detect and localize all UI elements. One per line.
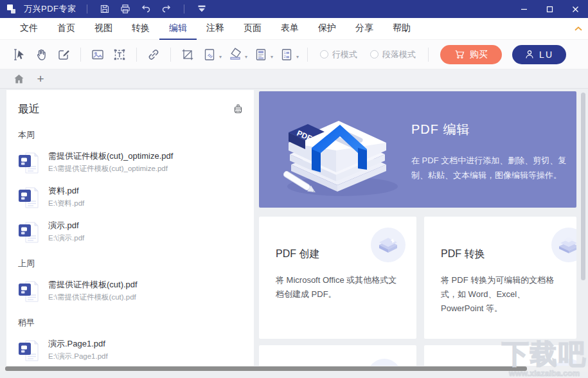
buy-button[interactable]: 购买 xyxy=(440,45,502,64)
window-controls xyxy=(511,0,588,18)
save-icon[interactable] xyxy=(98,2,112,16)
menu-item[interactable]: 首页 xyxy=(48,18,85,40)
recent-file-info: 演示.Page1.pdf E:\演示.Page1.pdf xyxy=(48,339,108,361)
toolbar-separator xyxy=(136,48,137,62)
menu-item-label: 文件 xyxy=(20,22,38,34)
background-dropdown-icon[interactable]: ▾ xyxy=(245,54,247,60)
partial-card[interactable] xyxy=(259,345,416,366)
bates-numbering-tool-icon[interactable]: 1 2 xyxy=(278,46,296,64)
text-box-tool-icon[interactable] xyxy=(111,46,129,64)
pdf-file-icon xyxy=(18,186,40,210)
svg-text:1: 1 xyxy=(284,50,287,54)
menu-item[interactable]: 页面 xyxy=(234,18,271,40)
recent-file-row[interactable]: 需提供证件模板(cut).pdf E:\需提供证件模板(cut).pdf xyxy=(18,280,245,304)
paragraph-mode-radio-circle[interactable] xyxy=(370,50,379,59)
menu-item[interactable]: 表单 xyxy=(271,18,308,40)
recent-header: 最近 xyxy=(18,102,245,116)
image-tool-icon[interactable] xyxy=(89,46,107,64)
redo-icon[interactable] xyxy=(159,2,174,16)
content-area: 最近 本周 xyxy=(0,89,588,378)
pdf-create-icon xyxy=(370,227,406,263)
collapse-toolbar-icon[interactable] xyxy=(574,26,583,32)
account-button[interactable]: LU xyxy=(512,45,566,64)
menu-item[interactable]: 保护 xyxy=(308,18,346,40)
edit-tool-icon[interactable] xyxy=(55,46,73,64)
line-mode-radio[interactable]: 行模式 xyxy=(320,49,357,60)
menu-item[interactable]: 文件 xyxy=(10,18,48,40)
toolbar-separator xyxy=(307,48,308,62)
recent-file-name: 演示.pdf xyxy=(48,221,84,231)
pdf-file-icon xyxy=(18,221,40,245)
customize-toolbar-icon[interactable] xyxy=(195,2,209,16)
recent-file-row[interactable]: 演示.pdf E:\演示.pdf xyxy=(18,221,245,245)
link-tool-icon[interactable] xyxy=(145,46,163,64)
pdf-convert-card[interactable]: PDF 转换 将 PDF 转换为可编辑的文档格式，如 Word、Excel、Po… xyxy=(424,217,576,339)
horizontal-scrollbar[interactable] xyxy=(5,366,527,371)
pdf-convert-title: PDF 转换 xyxy=(441,248,485,261)
new-tab-button[interactable]: + xyxy=(32,71,49,87)
pdf-create-card[interactable]: PDF 创建 将 Microsoft Office 或其他格式文档创建成 PDF… xyxy=(259,217,416,339)
minimize-button[interactable] xyxy=(511,0,537,18)
home-icon xyxy=(13,74,24,84)
menu-item[interactable]: 视图 xyxy=(85,18,122,40)
recent-file-row[interactable]: 资料.pdf E:\资料.pdf xyxy=(18,186,245,210)
header-footer-dropdown-icon[interactable]: ▾ xyxy=(271,54,273,60)
bates-dropdown-icon[interactable]: ▾ xyxy=(296,54,299,60)
recent-file-info: 资料.pdf E:\资料.pdf xyxy=(48,186,84,208)
pdf-create-description: 将 Microsoft Office 或其他格式文档创建成 PDF。 xyxy=(276,273,401,302)
pdf-file-icon xyxy=(18,339,40,363)
watermark-tool-icon[interactable] xyxy=(200,46,218,64)
titlebar: 万兴PDF专家 xyxy=(0,0,588,18)
buy-button-label: 购买 xyxy=(470,49,488,60)
pdf-edit-illustration: PDF xyxy=(267,93,408,207)
menu-item-label: 注释 xyxy=(206,22,224,34)
undo-icon[interactable] xyxy=(139,2,153,16)
background-tool-icon[interactable] xyxy=(226,46,244,64)
toolbar-separator xyxy=(80,48,81,62)
line-mode-radio-circle[interactable] xyxy=(320,50,328,59)
close-button[interactable] xyxy=(562,0,588,18)
header-footer-tool-icon[interactable] xyxy=(252,46,270,64)
partial-card[interactable] xyxy=(424,345,576,366)
titlebar-separator xyxy=(87,4,87,14)
maximize-button[interactable] xyxy=(537,0,562,18)
recent-file-name: 演示.Page1.pdf xyxy=(48,339,108,350)
banner-title: PDF 编辑 xyxy=(411,121,572,138)
crop-tool-icon[interactable] xyxy=(179,46,197,64)
paragraph-mode-radio[interactable]: 段落模式 xyxy=(370,49,416,60)
watermark-dropdown-icon[interactable]: ▾ xyxy=(219,54,222,60)
menu-item[interactable]: 分享 xyxy=(346,18,383,40)
pdf-file-icon xyxy=(18,151,40,176)
clear-recent-icon[interactable] xyxy=(231,102,245,116)
banner-text: PDF 编辑 在 PDF 文档中进行添加、删除、剪切、复制、粘贴、文本编辑，图像… xyxy=(411,121,572,183)
recent-file-name: 需提供证件模板(cut).pdf xyxy=(48,280,138,291)
recent-list: 本周 需提供证件模板(cut)_optimize.pdf E xyxy=(18,129,245,372)
recent-title: 最近 xyxy=(18,102,40,116)
titlebar-separator xyxy=(184,4,184,14)
menu-item[interactable]: 帮助 xyxy=(383,18,420,40)
toolbar-separator xyxy=(170,48,171,62)
print-icon[interactable] xyxy=(118,2,132,16)
recent-file-row[interactable]: 需提供证件模板(cut)_optimize.pdf E:\需提供证件模板(cut… xyxy=(18,151,245,176)
select-tool-icon[interactable] xyxy=(11,46,29,64)
menu-item-label: 编辑 xyxy=(169,22,187,34)
paragraph-mode-label: 段落模式 xyxy=(382,49,416,60)
vertical-scrollbar[interactable] xyxy=(581,93,585,280)
home-tab[interactable] xyxy=(10,71,27,87)
pdf-create-title: PDF 创建 xyxy=(276,248,319,261)
recent-section: 稍早 演示.Page1.pdf E:\演示.Page1.pd xyxy=(18,317,245,372)
menu-item[interactable]: 注释 xyxy=(197,18,234,40)
recent-section-label: 本周 xyxy=(18,129,245,141)
tab-strip: + xyxy=(0,69,588,89)
recent-file-info: 需提供证件模板(cut).pdf E:\需提供证件模板(cut).pdf xyxy=(48,280,138,302)
menu-item-label: 帮助 xyxy=(393,22,411,34)
pdf-edit-banner[interactable]: PDF PDF 编辑 在 PDF 文档中进行添加、删除、剪切、复制、粘贴、文本编… xyxy=(259,91,576,208)
menu-item[interactable]: 转换 xyxy=(122,18,159,40)
menu-item[interactable]: 编辑 xyxy=(159,18,197,40)
recent-file-row[interactable]: 演示.Page1.pdf E:\演示.Page1.pdf xyxy=(18,339,245,363)
recent-section: 本周 需提供证件模板(cut)_optimize.pdf E xyxy=(18,129,245,245)
banner-description: 在 PDF 文档中进行添加、删除、剪切、复制、粘贴、文本编辑，图像编辑等操作。 xyxy=(411,154,572,183)
recent-section-label: 稍早 xyxy=(18,317,245,328)
hand-tool-icon[interactable] xyxy=(33,46,51,64)
app-logo-icon xyxy=(6,4,17,15)
